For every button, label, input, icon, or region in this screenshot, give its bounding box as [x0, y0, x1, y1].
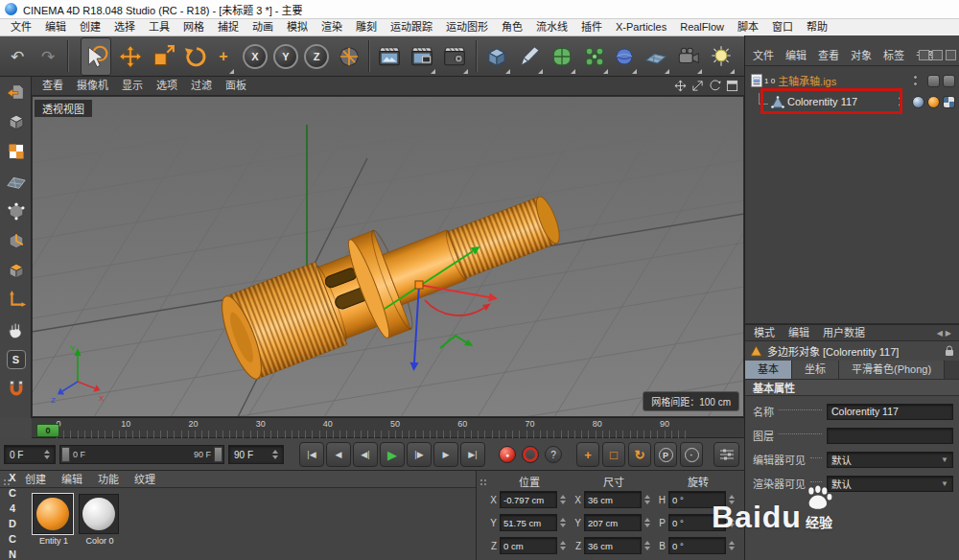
scale-tool[interactable] — [148, 37, 178, 76]
panel-button[interactable] — [919, 50, 929, 60]
range-end-handle[interactable] — [214, 447, 222, 462]
undo-button[interactable]: ↶ — [2, 37, 33, 76]
z-axis-lock-button[interactable]: Z — [301, 37, 332, 76]
texture-mode-button[interactable] — [0, 136, 32, 166]
menu-item[interactable]: 动画 — [246, 19, 280, 35]
spinner-arrows-icon[interactable] — [560, 495, 566, 504]
magnet-tool-button[interactable] — [0, 374, 32, 404]
viewport-menu-item[interactable]: 过滤 — [184, 77, 219, 95]
workplane-mode-button[interactable] — [0, 166, 32, 196]
visibility-dots-icon[interactable] — [913, 75, 918, 86]
object-name[interactable]: 主轴承轴.igs — [778, 73, 836, 88]
material-menu-item[interactable]: 纹理 — [127, 471, 163, 488]
object-manager-menu-item[interactable]: 编辑 — [780, 47, 812, 64]
object-name[interactable]: Colorentity 117 — [787, 96, 857, 107]
redo-button[interactable]: ↷ — [33, 37, 63, 76]
add-deformer-button[interactable] — [610, 37, 639, 76]
viewport-perspective[interactable]: 查看摄像机显示选项过滤面板 — [32, 77, 744, 417]
rotate-tool[interactable] — [180, 37, 211, 76]
menu-item[interactable]: X-Particles — [609, 19, 673, 35]
go-to-start-button[interactable]: |◀ — [299, 442, 324, 467]
tab-basic[interactable]: 基本 — [745, 361, 792, 379]
rotation-b-field[interactable]: B0 ° — [657, 536, 735, 555]
material-item[interactable]: Entity 1 — [33, 494, 75, 546]
key-position-toggle[interactable]: + — [576, 442, 599, 467]
texture-tag-icon[interactable] — [927, 96, 940, 108]
make-editable-button[interactable] — [0, 77, 32, 106]
menu-item[interactable]: 脚本 — [731, 19, 765, 35]
menu-item[interactable]: 选择 — [107, 19, 142, 35]
spinner-arrows-icon[interactable] — [729, 541, 735, 550]
menu-item[interactable]: 雕刻 — [349, 19, 384, 35]
next-key-button[interactable]: ▶ — [433, 442, 458, 467]
move-tool[interactable] — [115, 37, 146, 76]
points-mode-button[interactable] — [0, 196, 32, 225]
material-thumbnail[interactable] — [33, 494, 73, 534]
key-rotation-toggle[interactable]: ↻ — [628, 442, 651, 467]
timeline-playhead[interactable]: 0 — [36, 424, 59, 437]
viewport-menu-item[interactable]: 显示 — [115, 77, 150, 95]
coordinate-system-button[interactable] — [334, 37, 364, 76]
object-manager-menu-item[interactable]: 对象 — [845, 47, 877, 64]
menu-item[interactable]: 文件 — [4, 19, 38, 35]
model-mode-button[interactable] — [0, 106, 32, 136]
next-frame-button[interactable]: |▶ — [407, 442, 432, 467]
pan-icon[interactable] — [674, 80, 687, 92]
panel-grip-icon[interactable] — [3, 475, 12, 492]
history-arrows-icon[interactable]: ◀▶ — [937, 329, 959, 338]
spinner-arrows-icon[interactable] — [729, 518, 735, 527]
dolly-icon[interactable] — [691, 80, 704, 92]
material-item[interactable]: Color 0 — [79, 494, 121, 546]
size-y-field[interactable]: Y207 cm — [573, 513, 650, 532]
menu-item[interactable]: 流水线 — [529, 19, 574, 35]
viewport-menu-item[interactable]: 摄像机 — [70, 77, 115, 95]
orbit-icon[interactable] — [709, 80, 721, 92]
recent-tools-button[interactable]: + — [211, 37, 236, 76]
material-thumbnail[interactable] — [79, 494, 119, 534]
menu-item[interactable]: 帮助 — [800, 19, 834, 35]
keyframe-options-button[interactable]: ? — [545, 446, 562, 463]
current-frame-spinner[interactable]: 0 F — [4, 445, 56, 464]
object-manager-menu-item[interactable]: 文件 — [747, 47, 780, 64]
viewport-view-label[interactable]: 透视视图 — [35, 100, 92, 117]
render-to-picture-viewer-button[interactable] — [407, 37, 437, 76]
viewport-menu-item[interactable]: 查看 — [35, 77, 70, 95]
tag-icon[interactable] — [927, 75, 940, 87]
spinner-arrows-icon[interactable] — [560, 541, 566, 550]
previous-frame-button[interactable]: ◀| — [353, 442, 378, 467]
editor-visibility-dropdown[interactable]: 默认▼ — [827, 452, 953, 468]
attribute-menu-item[interactable]: 用户数据 — [816, 324, 872, 341]
add-camera-button[interactable] — [673, 37, 704, 76]
menu-item[interactable]: RealFlow — [673, 19, 731, 35]
key-pla-toggle[interactable]: · — [680, 442, 703, 467]
polygons-mode-button[interactable] — [0, 255, 32, 285]
rotation-p-field[interactable]: P0 ° — [657, 513, 735, 532]
size-x-field[interactable]: X36 cm — [573, 490, 650, 509]
object-manager-menu-item[interactable]: 标签 — [877, 47, 910, 64]
object-manager-list[interactable]: 1 0 主轴承轴.igs Colorentity 117 — [745, 65, 959, 324]
position-x-field[interactable]: X-0.797 cm — [488, 490, 566, 509]
material-menu-item[interactable]: 编辑 — [54, 471, 90, 488]
object-manager-menu-item[interactable]: 查看 — [812, 47, 845, 64]
spinner-arrows-icon[interactable] — [44, 450, 50, 459]
menu-item[interactable]: 运动图形 — [439, 19, 495, 35]
name-input[interactable]: Colorentity 117 — [827, 404, 953, 420]
add-light-button[interactable] — [706, 37, 737, 76]
edges-mode-button[interactable] — [0, 225, 32, 255]
uvw-tag-icon[interactable] — [943, 96, 955, 108]
lock-icon[interactable] — [945, 345, 954, 357]
add-primitive-cube-button[interactable] — [481, 37, 512, 76]
key-scale-toggle[interactable]: □ — [602, 442, 625, 467]
viewport-menu-item[interactable]: 选项 — [150, 77, 184, 95]
play-button[interactable]: ▶ — [380, 442, 405, 467]
spinner-arrows-icon[interactable] — [644, 518, 650, 527]
menu-item[interactable]: 网格 — [176, 19, 211, 35]
spinner-arrows-icon[interactable] — [560, 518, 566, 527]
menu-item[interactable]: 渲染 — [315, 19, 349, 35]
attribute-menu-item[interactable]: 编辑 — [782, 324, 816, 341]
panel-button[interactable] — [946, 50, 956, 60]
attribute-menu-item[interactable]: 模式 — [747, 324, 782, 341]
position-y-field[interactable]: Y51.75 cm — [488, 513, 566, 532]
previous-key-button[interactable]: ◀ — [326, 442, 351, 467]
timeline-options-button[interactable] — [713, 442, 739, 467]
